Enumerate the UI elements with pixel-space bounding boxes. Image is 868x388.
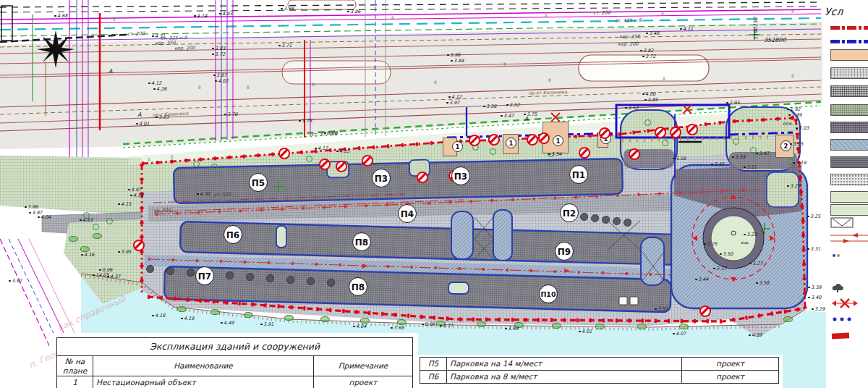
dark-pavement-fill-swatch bbox=[830, 156, 868, 168]
elevation-label: 4.14 bbox=[194, 14, 207, 19]
explication-column-header: № на плане bbox=[57, 356, 93, 376]
no-stopping-sign-icon bbox=[362, 155, 373, 166]
elevation-label: 3.72 bbox=[642, 54, 655, 59]
grass-icon: ʬ bbox=[198, 85, 201, 90]
kiosk-number-label: 1 bbox=[506, 138, 516, 148]
elevation-label: 3.70 bbox=[224, 112, 237, 117]
shrub-icon bbox=[284, 315, 294, 321]
legend-item-walkway-fill bbox=[830, 139, 868, 151]
elevation-label: 3.51 bbox=[655, 307, 668, 312]
elevation-label: 3.45 bbox=[711, 162, 724, 167]
elevation-label: 3.97 bbox=[446, 101, 459, 106]
grass-icon: ʬ bbox=[548, 78, 551, 83]
table-row: 1Нестационарный объектпроект bbox=[57, 376, 413, 388]
tree-icon bbox=[327, 279, 335, 287]
elevation-label: 3.51 bbox=[744, 165, 757, 170]
shrub-icon bbox=[360, 318, 370, 324]
shrub-icon bbox=[477, 321, 486, 327]
grass-icon: ʬ bbox=[373, 66, 376, 71]
grass-icon: ʬ bbox=[171, 155, 174, 160]
table-row: П5Парковка на 14 м/местпроект bbox=[420, 358, 779, 371]
annotation-text: А bbox=[109, 69, 112, 75]
elevation-label: 3.27 bbox=[787, 184, 800, 189]
shrub-icon bbox=[552, 323, 561, 329]
shrub-icon bbox=[177, 306, 187, 312]
pavement-grid-dark-swatch bbox=[830, 85, 868, 97]
elevation-label: 4.16 bbox=[81, 253, 94, 258]
elevation-label: 4.15 bbox=[336, 149, 349, 154]
tree-icon bbox=[613, 217, 621, 225]
tree-icon bbox=[146, 265, 154, 273]
building-fill-swatch bbox=[830, 49, 868, 61]
annotation-text: кер. 350 bbox=[619, 35, 640, 40]
kiosk-number-label: 1 bbox=[553, 135, 563, 146]
legend-heading: Усл bbox=[825, 6, 843, 17]
annotation-text: кер. 200 bbox=[174, 46, 195, 51]
shrub-icon bbox=[244, 312, 253, 318]
elevation-label: 3.71 bbox=[278, 43, 292, 48]
dot-pavement-fill-swatch bbox=[830, 174, 868, 185]
table-cell: проект bbox=[314, 376, 413, 388]
elevation-label: 3.82 bbox=[640, 48, 653, 54]
no-stopping-sign-icon bbox=[699, 305, 711, 317]
shrub-icon bbox=[320, 316, 330, 322]
tree-icon bbox=[490, 148, 496, 155]
elevation-label: 2.99 bbox=[788, 113, 801, 118]
blue-boundary-line-swatch bbox=[830, 40, 868, 43]
annotation-text: 1190150 bbox=[754, 17, 759, 40]
legend-item-slate-fill bbox=[830, 122, 868, 133]
parking-area-label: П8 bbox=[352, 232, 371, 251]
table-cell: П5 bbox=[420, 358, 447, 371]
elevation-label: 4.03 bbox=[219, 12, 232, 17]
elevation-label: 3.83 bbox=[212, 46, 225, 51]
tree-icon bbox=[624, 219, 631, 227]
annotation-text: ст. 200 bbox=[593, 10, 610, 15]
kiosk-number-label: 1 bbox=[452, 141, 463, 152]
grass-icon: ʬ bbox=[791, 9, 794, 14]
elevation-label: 4.01 bbox=[136, 122, 149, 127]
elevation-label: 3.03 bbox=[796, 126, 809, 131]
shrub-icon bbox=[783, 316, 793, 322]
elevation-label: 3.99 bbox=[505, 326, 518, 332]
no-stopping-sign-icon bbox=[278, 148, 290, 159]
annotation-text: вод. bbox=[741, 241, 749, 245]
elevation-label: 4.26 bbox=[153, 87, 166, 92]
elevation-label: 3.59 bbox=[732, 155, 745, 160]
tree-icon bbox=[580, 213, 588, 221]
elevation-label: 3.58 bbox=[673, 156, 686, 161]
legend-item-dark-pavement-fill bbox=[830, 156, 868, 168]
grass-icon: ʬ bbox=[391, 16, 394, 21]
no-stopping-sign-icon bbox=[488, 134, 500, 146]
table-cell: проект bbox=[682, 358, 779, 371]
table-cell: Нестационарный объект bbox=[93, 376, 314, 388]
elevation-label: 3.85 bbox=[644, 98, 658, 103]
green-area-2-swatch bbox=[830, 204, 868, 216]
annotation-text: пр-кт Калинина bbox=[528, 90, 567, 96]
grass-icon: ʬ bbox=[545, 14, 548, 19]
elevation-label: 3.77 bbox=[440, 324, 453, 329]
shrub-icon bbox=[637, 324, 647, 329]
parking-area-label: П8 bbox=[349, 277, 367, 296]
tree-icon bbox=[266, 274, 274, 282]
annotation-text: осм. bbox=[783, 122, 793, 127]
no-stopping-sign-icon bbox=[655, 127, 666, 138]
elevation-label: 4.58 bbox=[130, 193, 143, 198]
parking-area-label: П9 bbox=[555, 242, 574, 261]
annotation-text: кер. 200 bbox=[618, 42, 639, 47]
annotation-text: А bbox=[524, 117, 528, 122]
slate-fill-swatch bbox=[830, 122, 868, 133]
elevation-label: 3.95 bbox=[118, 250, 131, 255]
elevation-label: 4.07 bbox=[673, 332, 686, 337]
tree-icon bbox=[193, 161, 200, 167]
elevation-label: 4.11 bbox=[680, 27, 693, 32]
no-stopping-sign-icon bbox=[579, 147, 590, 159]
elevation-label: 3.37 bbox=[713, 266, 726, 271]
no-stopping-sign-icon bbox=[417, 172, 428, 183]
annotation-text: ст. 325 н.9 bbox=[615, 18, 642, 23]
legend-item-building-fill bbox=[830, 49, 868, 61]
annotation-text: кер. 350 bbox=[155, 41, 176, 46]
red-boundary-line-swatch bbox=[830, 26, 868, 30]
elevation-label: 4.49 bbox=[221, 321, 234, 326]
tree-icon bbox=[286, 276, 294, 284]
grass-icon: ʬ bbox=[113, 17, 116, 22]
